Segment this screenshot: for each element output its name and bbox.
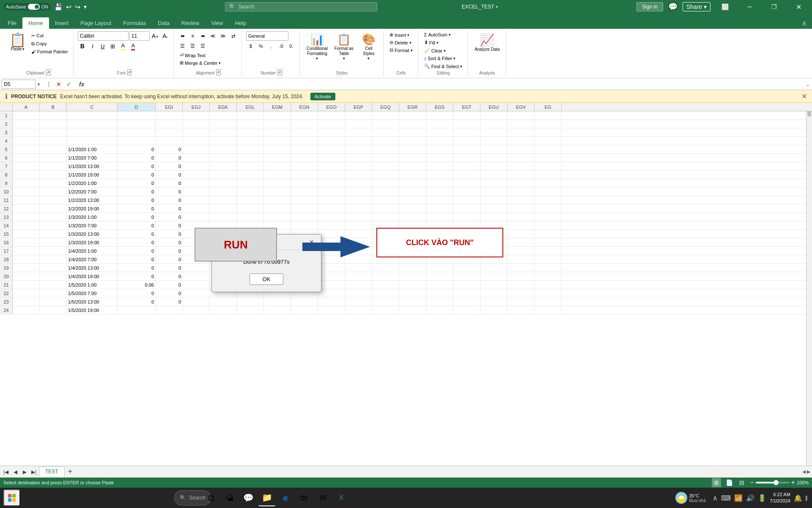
cell-b[interactable] [40, 281, 67, 289]
save-icon[interactable]: 💾 [54, 3, 63, 11]
cell-egr[interactable] [399, 154, 426, 162]
cell-ego[interactable] [318, 128, 345, 136]
cond-format-dropdown[interactable]: ▾ [316, 56, 318, 61]
cell-egu[interactable] [480, 306, 508, 314]
cell-egm[interactable] [264, 298, 291, 306]
weather-widget[interactable]: 🌧 35°C Mưa nhỏ [675, 492, 706, 504]
font-increase-btn[interactable]: A+ [151, 31, 160, 41]
cell-egv[interactable] [508, 162, 535, 170]
autosave-toggle[interactable]: AutoSave ON [3, 3, 51, 11]
cell-egr[interactable] [399, 264, 426, 272]
cell-egr[interactable] [399, 179, 426, 187]
cell-egp[interactable] [345, 128, 372, 136]
cell-egp[interactable] [345, 137, 372, 145]
cell-b[interactable] [40, 264, 67, 272]
cell-egq[interactable] [372, 171, 399, 179]
cell-egi[interactable]: 0 [156, 272, 183, 280]
cell-egs[interactable] [426, 204, 453, 213]
row-number[interactable]: 21 [0, 281, 13, 289]
cell-egj[interactable] [183, 137, 210, 145]
cell-egp[interactable] [345, 111, 372, 119]
cell-egp[interactable] [345, 272, 372, 280]
cell-egn[interactable] [291, 120, 318, 128]
analyze-data-button[interactable]: 📈 Analyze Data [472, 31, 502, 53]
cell-egt[interactable] [453, 171, 480, 179]
cell-egl[interactable] [237, 154, 264, 162]
cell-egs[interactable] [426, 137, 453, 145]
cell-d[interactable]: 0 [118, 230, 156, 238]
cell-egj[interactable] [183, 306, 210, 314]
cell-egp[interactable] [345, 196, 372, 204]
zoom-percentage[interactable]: 100% [797, 480, 809, 485]
row-number[interactable]: 6 [0, 154, 13, 162]
cell-egk[interactable] [210, 204, 237, 213]
cell-egv[interactable] [508, 281, 535, 289]
format-button[interactable]: ⊟ Format ▾ [388, 47, 414, 54]
cell-egv[interactable] [508, 179, 535, 187]
cell-egi[interactable] [156, 128, 183, 136]
cell-egr[interactable] [399, 120, 426, 128]
cell-egj[interactable] [183, 298, 210, 306]
underline-button[interactable]: U [98, 41, 107, 51]
row-number[interactable]: 7 [0, 162, 13, 170]
cell-egq[interactable] [372, 281, 399, 289]
cell-egt[interactable] [453, 137, 480, 145]
file-dropdown-icon[interactable]: ▾ [496, 4, 498, 10]
cell-egs[interactable] [426, 298, 453, 306]
cell-egj[interactable] [183, 188, 210, 196]
cell-egt[interactable] [453, 272, 480, 280]
zoom-slider[interactable] [756, 482, 790, 483]
customize-icon[interactable]: ▾ [84, 3, 87, 10]
cell-egi[interactable]: 0 [156, 213, 183, 221]
cell-egr[interactable] [399, 128, 426, 136]
taskbar-excel-button[interactable]: X [333, 489, 350, 506]
col-header-egm[interactable]: EGM [264, 103, 291, 111]
cell-eg[interactable] [535, 162, 562, 170]
cell-egt[interactable] [453, 128, 480, 136]
cell-a[interactable] [13, 255, 40, 263]
col-header-egj[interactable]: EGJ [183, 103, 210, 111]
col-header-c[interactable]: C [67, 103, 118, 111]
cell-egm[interactable] [264, 213, 291, 221]
font-decrease-btn[interactable]: A- [161, 31, 170, 41]
cell-egl[interactable] [237, 213, 264, 221]
percent-button[interactable]: % [256, 41, 266, 51]
col-header-egq[interactable]: EGQ [372, 103, 399, 111]
cell-egj[interactable] [183, 171, 210, 179]
cell-egp[interactable] [345, 298, 372, 306]
cell-c[interactable]: 1/2/2020 19:00 [67, 204, 118, 213]
cell-egu[interactable] [480, 188, 508, 196]
start-button[interactable] [3, 489, 20, 506]
tray-battery-icon[interactable]: 🔋 [758, 494, 766, 502]
cut-button[interactable]: ✂ Cut [30, 32, 70, 39]
cell-egp[interactable] [345, 145, 372, 153]
autosum-dropdown[interactable]: ▾ [449, 33, 451, 37]
cell-b[interactable] [40, 162, 67, 170]
cell-ego[interactable] [318, 281, 345, 289]
cell-egt[interactable] [453, 120, 480, 128]
cell-egl[interactable] [237, 171, 264, 179]
comments-icon[interactable]: 💬 [668, 2, 678, 11]
cell-egu[interactable] [480, 213, 508, 221]
cell-eg[interactable] [535, 255, 562, 263]
cell-egi[interactable]: 0 [156, 154, 183, 162]
cell-egu[interactable] [480, 298, 508, 306]
cell-egn[interactable] [291, 196, 318, 204]
cell-egq[interactable] [372, 128, 399, 136]
cell-egi[interactable] [156, 120, 183, 128]
cell-ego[interactable] [318, 213, 345, 221]
cell-egr[interactable] [399, 213, 426, 221]
cell-egm[interactable] [264, 179, 291, 187]
cell-eg[interactable] [535, 154, 562, 162]
cell-egv[interactable] [508, 230, 535, 238]
cell-egs[interactable] [426, 281, 453, 289]
page-break-view-button[interactable]: ⊟ [737, 478, 746, 487]
row-number[interactable]: 10 [0, 188, 13, 196]
taskbar-ms-store-button[interactable]: 🛍 [296, 489, 313, 506]
cell-a[interactable] [13, 306, 40, 314]
cell-ego[interactable] [318, 111, 345, 119]
cell-egn[interactable] [291, 188, 318, 196]
cell-egl[interactable] [237, 111, 264, 119]
cell-egu[interactable] [480, 145, 508, 153]
cell-d[interactable] [118, 128, 156, 136]
